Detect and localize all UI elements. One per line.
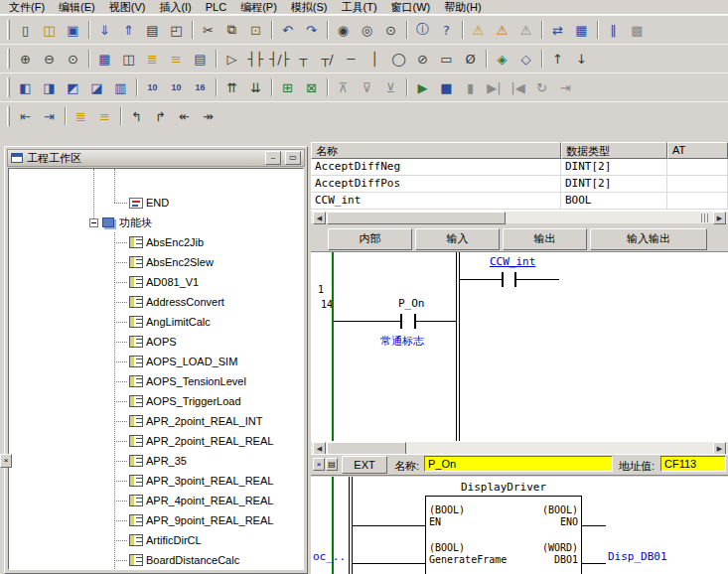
tree-item-end[interactable]: END [9, 193, 303, 213]
ext-tab[interactable]: EXT [342, 456, 387, 474]
tree-item-function-block[interactable]: BoardDistanceCalc [9, 550, 303, 570]
column-header-name[interactable]: 名称 [311, 142, 561, 159]
menu-help[interactable]: 帮助(H) [437, 0, 488, 15]
find-previous-output-icon[interactable]: ↰ [125, 105, 148, 127]
work-online-icon[interactable]: ⇄ [546, 19, 569, 41]
rung-comment-icon[interactable]: ≣ [141, 48, 164, 70]
pause-monitor-icon[interactable]: ‖ [602, 19, 625, 41]
tree-item-function-block[interactable]: AD081_V1 [9, 272, 303, 292]
menu-file[interactable]: 文件(F) [2, 0, 52, 15]
compile-icon[interactable]: ⚠ [467, 19, 490, 41]
indent-left-icon[interactable]: ⇤ [14, 105, 37, 127]
new-fb-parameter-icon[interactable]: ◇ [514, 48, 537, 70]
fb-pin-en[interactable]: EN [429, 516, 441, 527]
new-closed-contact-icon[interactable]: ┤/├ [268, 48, 291, 70]
scroll-left-icon[interactable]: ◀ [313, 212, 326, 224]
contact-ccw-int[interactable]: CCW_int [460, 255, 569, 291]
toolbar-grip[interactable] [7, 106, 10, 126]
stop-icon[interactable]: ■ [435, 76, 458, 98]
show-grid-icon[interactable]: ▦ [93, 48, 116, 70]
tab-internals[interactable]: 内部 [328, 228, 412, 250]
maximize-button[interactable]: ▭ [285, 151, 301, 165]
new-file-icon[interactable]: ▯ [14, 19, 37, 41]
symbol-table-icon[interactable]: ≡ [93, 105, 116, 127]
column-header-data-type[interactable]: 数据类型 [561, 142, 667, 159]
scan-run-icon[interactable]: ↻ [530, 76, 553, 98]
step-run-icon[interactable]: ▶| [483, 76, 506, 98]
select-tool-icon[interactable]: ▷ [220, 48, 243, 70]
print-preview-icon[interactable]: ◰ [165, 19, 188, 41]
step-back-icon[interactable]: |◀ [507, 76, 529, 98]
docked-toolbar-close-button[interactable]: × [0, 454, 12, 468]
new-fb-call-icon[interactable]: ◈ [491, 48, 513, 70]
new-closed-or-contact-icon[interactable]: ┬/ [316, 48, 339, 70]
new-coil-icon[interactable]: ◯ [387, 48, 410, 70]
scrollbar-thumb[interactable] [327, 212, 506, 224]
close-property-bar-button[interactable]: × [313, 458, 325, 471]
tree-item-function-block[interactable]: APR_3point_REAL_REAL [9, 471, 303, 491]
toggle-watch-window-icon[interactable]: ◩ [62, 76, 84, 98]
fb-pin-dbo1[interactable]: DBO1 [554, 554, 578, 565]
differentiate-up-icon[interactable]: ↑ [546, 48, 569, 70]
new-vertical-line-icon[interactable]: │ [364, 48, 386, 70]
io-comment-icon[interactable]: ≡ [165, 48, 188, 70]
replace-icon[interactable]: ⊙ [379, 19, 402, 41]
force-cancel-icon[interactable]: ⊻ [379, 76, 402, 98]
tree-item-function-block[interactable]: AOPS_LOAD_SIM [9, 352, 303, 371]
toggle-address-reference-icon[interactable]: ▥ [109, 76, 132, 98]
cut-icon[interactable]: ✂ [197, 19, 219, 41]
toggle-cross-reference-icon[interactable]: ◪ [85, 76, 108, 98]
program-check-icon[interactable]: ⚠ [514, 19, 537, 41]
zoom-reset-icon[interactable]: ⊙ [62, 48, 84, 70]
tree-item-function-block[interactable]: APR_9point_REAL_REAL [9, 510, 303, 530]
tree-item-function-block[interactable]: AddressConvert [9, 292, 303, 312]
ladder-editor[interactable]: 1 14 CCW_int P_On 常通标志 [311, 251, 728, 441]
workspace-titlebar[interactable]: 工程工作区 – ▭ [7, 149, 305, 167]
signed-decimal-monitor-icon[interactable]: 10 [165, 76, 188, 98]
pin-property-bar-button[interactable]: ▤ [326, 458, 338, 471]
menu-insert[interactable]: 插入(I) [152, 0, 198, 15]
download-to-plc-icon[interactable]: ⇓ [93, 19, 116, 41]
online-edit-icon[interactable]: ▩ [626, 19, 649, 41]
force-off-icon[interactable]: ⊽ [356, 76, 378, 98]
toggle-output-window-icon[interactable]: ◨ [38, 76, 61, 98]
fb-output-variable[interactable]: Disp_DB01 [608, 550, 667, 563]
column-header-at[interactable]: AT [667, 142, 728, 159]
menu-tools[interactable]: 工具(T) [335, 0, 384, 15]
context-help-icon[interactable]: ? [435, 19, 458, 41]
find-next-jump-icon[interactable]: ↠ [197, 105, 219, 127]
find-next-icon[interactable]: ◎ [356, 19, 378, 41]
fb-input-variable[interactable]: oc_.. [313, 550, 346, 563]
tree-item-function-block[interactable]: AbsEnc2Slew [9, 252, 303, 272]
new-or-contact-icon[interactable]: ┬ [292, 48, 315, 70]
upload-from-plc-icon[interactable]: ⇑ [117, 19, 140, 41]
toolbar-grip[interactable] [7, 49, 10, 69]
fb-pin-eno[interactable]: ENO [560, 516, 578, 527]
undo-icon[interactable]: ↶ [276, 19, 299, 41]
print-icon[interactable]: ▤ [141, 19, 164, 41]
minimize-button[interactable]: – [265, 151, 281, 165]
find-icon[interactable]: ◉ [332, 19, 355, 41]
tree-item-function-block[interactable]: AOPS_TensionLevel [9, 371, 303, 391]
toolbar-grip[interactable] [7, 77, 10, 97]
go-to-rung-down-icon[interactable]: ⇊ [244, 76, 267, 98]
menu-view[interactable]: 视图(V) [102, 0, 153, 15]
variable-row[interactable]: AcceptDiffNeg DINT[2] [311, 159, 728, 176]
pause-icon[interactable]: ▮ [459, 76, 482, 98]
force-on-icon[interactable]: ⊼ [332, 76, 355, 98]
work-online-simulator-icon[interactable]: ⊞ [276, 76, 299, 98]
tab-inputs-outputs[interactable]: 输入输出 [590, 228, 707, 250]
tree-item-function-block[interactable]: ArtificDirCL [9, 530, 303, 550]
save-icon[interactable]: ▣ [62, 19, 84, 41]
variable-row[interactable]: AcceptDiffPos DINT[2] [311, 176, 728, 193]
contact-p-on[interactable]: P_On 常通标志 [370, 297, 460, 352]
fb-pin-generate-frame[interactable]: GenerateFrame [429, 554, 507, 565]
variable-row[interactable]: CCW_int BOOL [311, 193, 728, 210]
go-to-rung-up-icon[interactable]: ⇈ [220, 76, 243, 98]
function-block-body-window[interactable]: DisplayDriver (BOOL) EN (BOOL) GenerateF… [311, 475, 728, 574]
tree-item-function-block[interactable]: AOPS_TriggerLoad [9, 391, 303, 411]
tree-item-function-block[interactable]: AngLimitCalc [9, 312, 303, 332]
tree-item-function-block[interactable]: APR_35 [9, 451, 303, 471]
decimal-monitor-icon[interactable]: 10 [141, 76, 164, 98]
differentiate-down-icon[interactable]: ↓ [570, 48, 593, 70]
